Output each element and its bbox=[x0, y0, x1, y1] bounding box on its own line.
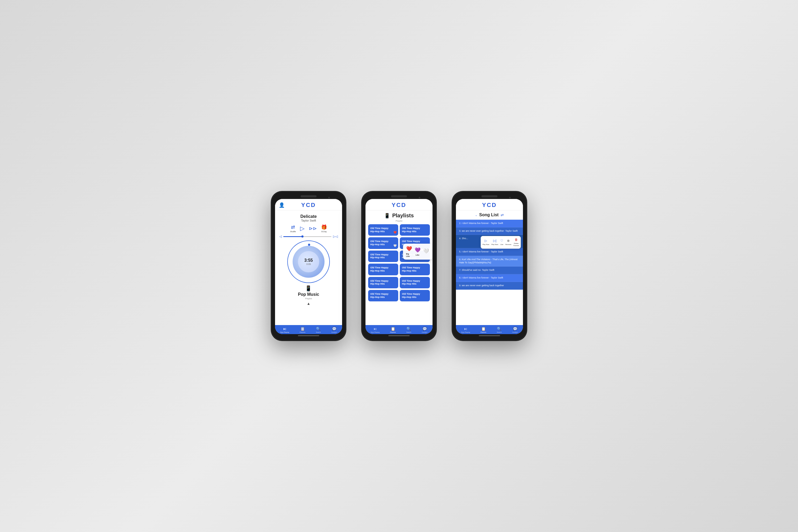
song-row-2[interactable]: 3. we are never ever getting back togeth… bbox=[456, 227, 523, 235]
circle-inner: 3:55 3:05 bbox=[298, 251, 319, 272]
song-num-6: 7. bbox=[459, 269, 462, 271]
song-row-4[interactable]: 5. I don't Wanna live forever - Taylor S… bbox=[456, 248, 523, 256]
song-row-3[interactable]: 4. Sho... ▷ Play Now ▷| Play Next bbox=[456, 235, 523, 248]
song-row-7[interactable]: 8. I don't Wanna live forever - Taylor S… bbox=[456, 274, 523, 282]
playlists-grid: Old Time HappyHip-Hop Hits ❤️ Old Time H… bbox=[368, 224, 430, 301]
big-like-option[interactable]: ❤️ Big Like bbox=[406, 246, 412, 258]
playlist-card-text-11: Old Time HappyHip-Hop Hits bbox=[370, 292, 388, 299]
playlist-card-8[interactable]: Old Time HappyHip-Hop Hits bbox=[400, 264, 430, 275]
playlist-phone-icon-2: 📱 bbox=[384, 213, 390, 218]
nav-now-playing-icon-3: ⏯ bbox=[464, 327, 467, 331]
playlist-card-text-9: Old Time HappyHip-Hop Hits bbox=[370, 280, 388, 286]
user-icon[interactable]: 👤 bbox=[279, 202, 285, 208]
song-row-5[interactable]: 6. Kurt Vile And The Violators - That's … bbox=[456, 256, 523, 267]
songlist-title-wrap: ⌄ bbox=[475, 214, 477, 216]
nav-search-3[interactable]: 🔍 Search bbox=[497, 327, 502, 333]
nav-contact-icon-2: 💬 bbox=[422, 327, 427, 331]
progress-thumb bbox=[301, 235, 304, 238]
playlist-card-9[interactable]: Old Time HappyHip-Hop Hits bbox=[368, 277, 398, 288]
dropdown-arrow-icon: ⌄ bbox=[475, 214, 477, 216]
phone-screen-1: 👤 YCD Delicate Taylor Swift ⇄ Shuffle ▷ bbox=[275, 199, 342, 334]
song-text-3: Sho... bbox=[462, 237, 468, 240]
nav-now-playing-1[interactable]: ⏯ Now Playing bbox=[280, 327, 289, 333]
playlist-card-10[interactable]: Old Time HappyHip-Hop Hits bbox=[400, 277, 430, 288]
forward-btn[interactable]: ⊳⊳ bbox=[309, 226, 317, 231]
action-delete[interactable]: 🗑 DeleteForever bbox=[513, 238, 519, 247]
nav-playlists-label-2: Playlists bbox=[390, 331, 396, 333]
nav-search-1[interactable]: 🔍 Search bbox=[316, 327, 321, 333]
playlist-card-text-5: Old Time HappyHip-Hop Hits bbox=[370, 253, 388, 259]
songlist-title: Song List bbox=[479, 212, 499, 217]
song-row-1[interactable]: 2. I don't Wanna live forever - Taylor S… bbox=[456, 220, 523, 227]
vol-fwd-icon: ▷◁ bbox=[333, 234, 338, 238]
action-like[interactable]: ♡ Like bbox=[500, 239, 503, 246]
playlist-card-1[interactable]: Old Time HappyHip-Hop Hits ❤️ bbox=[368, 224, 398, 236]
song-row-6[interactable]: 7. Should've said no- Taylor Swift bbox=[456, 267, 523, 274]
playlist-card-4[interactable]: Old Time HappyHip-Hop Hits ❤️ Big Like 💜… bbox=[400, 237, 430, 249]
song-text-8: we are never ever getting back together bbox=[462, 284, 504, 287]
like-action-icon: ♡ bbox=[500, 239, 503, 243]
neutral-like-option[interactable]: 🤍 bbox=[423, 248, 429, 255]
playlist-card-3[interactable]: Old Time HappyHip-Hop Hits 🤍 bbox=[368, 237, 398, 249]
song-row-8[interactable]: 9. we are never ever getting back togeth… bbox=[456, 282, 523, 290]
nav-search-2[interactable]: 🔍 Search bbox=[406, 327, 411, 333]
nav-contact-label-3: Contact bbox=[512, 331, 518, 333]
action-play-now[interactable]: ▷ Play Now bbox=[482, 239, 489, 246]
phone-screen-3: YCD ⌄ Song List ⇄ 2. I don't Wanna live … bbox=[456, 199, 523, 334]
like-popup: ❤️ Big Like 💜 Like 🤍 bbox=[403, 244, 432, 260]
nav-now-playing-2[interactable]: ⏯ Now Playing bbox=[371, 327, 380, 333]
play-next-label: Play Next bbox=[491, 244, 498, 246]
play-btn[interactable]: ▷ bbox=[300, 225, 305, 232]
shuffle-btn[interactable]: ⇄ Shuffle bbox=[290, 224, 296, 232]
playlist-section: 📱 Pop Music Playlist ▲ bbox=[298, 285, 319, 306]
progress-fill bbox=[283, 236, 302, 237]
play-now-label: Play Now bbox=[482, 244, 489, 246]
action-remove[interactable]: ⊗ Remove bbox=[506, 239, 511, 246]
progress-bar[interactable] bbox=[283, 236, 331, 237]
nav-search-icon-3: 🔍 bbox=[497, 327, 501, 331]
playlist-card-5[interactable]: Old Time HappyHip-Hop Hits bbox=[368, 251, 398, 262]
app-header-3: YCD bbox=[456, 199, 523, 210]
app-logo-3: YCD bbox=[482, 202, 497, 209]
nav-playlists-3[interactable]: 📋 Playlists bbox=[480, 327, 486, 333]
nav-playlists-1[interactable]: 📋 Playlists bbox=[300, 327, 305, 333]
home-indicator-3 bbox=[479, 335, 500, 336]
app-logo-2: YCD bbox=[392, 202, 406, 209]
songlist-content: ⌄ Song List ⇄ 2. I don't Wanna live fore… bbox=[456, 210, 523, 325]
song-title: Delicate bbox=[300, 214, 317, 219]
remove-icon: ⊗ bbox=[507, 239, 510, 243]
neutral-like-icon: 🤍 bbox=[423, 248, 429, 254]
playlist-card-11[interactable]: Old Time HappyHip-Hop Hits bbox=[368, 290, 398, 301]
songlist-shuffle-icon[interactable]: ⇄ bbox=[500, 213, 504, 217]
bottom-nav-3: ⏯ Now Playing 📋 Playlists 🔍 Search 💬 Con… bbox=[456, 325, 523, 334]
phone-now-playing: 👤 YCD Delicate Taylor Swift ⇄ Shuffle ▷ bbox=[271, 191, 346, 341]
song-text-5: Kurt Vile And The Violators - That's Lif… bbox=[459, 258, 518, 264]
playlist-card-2[interactable]: Old Time HappyHip-Hop Hits bbox=[400, 224, 430, 236]
song-text-1: I don't Wanna live forever - Taylor Swif… bbox=[462, 222, 503, 225]
forward-icon: ⊳⊳ bbox=[309, 226, 317, 231]
nav-now-playing-label: Now Playing bbox=[280, 331, 289, 333]
like-option[interactable]: 💜 Like bbox=[415, 247, 421, 256]
song-num-2: 3. bbox=[459, 230, 462, 232]
nav-contact-2[interactable]: 💬 Contact bbox=[422, 327, 428, 333]
phone-screen-2: YCD 📱 Playlists Playlist Old Time HappyH… bbox=[365, 199, 433, 334]
bday-btn[interactable]: 🎁 B-Day bbox=[321, 224, 327, 232]
nav-playlists-2[interactable]: 📋 Playlists bbox=[390, 327, 396, 333]
like-action-label: Like bbox=[500, 244, 503, 246]
playlist-card-text-8: Old Time HappyHip-Hop Hits bbox=[402, 266, 420, 272]
songlist-header: ⌄ Song List ⇄ bbox=[456, 210, 523, 220]
circle-dot bbox=[308, 244, 310, 246]
playlist-card-12[interactable]: Old Time HappyHip-Hop Hits bbox=[400, 290, 430, 301]
remove-label: Remove bbox=[506, 244, 511, 246]
app-logo-1: YCD bbox=[301, 202, 316, 209]
vol-back-icon: ◁ bbox=[279, 234, 282, 238]
playlist-card-text-1: Old Time HappyHip-Hop Hits bbox=[370, 227, 388, 233]
now-playing-content: Delicate Taylor Swift ⇄ Shuffle ▷ ⊳⊳ bbox=[275, 210, 342, 325]
home-indicator-1 bbox=[298, 335, 319, 336]
nav-contact-3[interactable]: 💬 Contact bbox=[512, 327, 518, 333]
action-play-next[interactable]: ▷| Play Next bbox=[491, 239, 498, 246]
nav-contact-1[interactable]: 💬 Contact bbox=[331, 327, 337, 333]
nav-now-playing-3[interactable]: ⏯ Now Playing bbox=[461, 327, 470, 333]
app-header-2: YCD bbox=[365, 199, 433, 210]
playlist-card-7[interactable]: Old Time HappyHip-Hop Hits bbox=[368, 264, 398, 275]
